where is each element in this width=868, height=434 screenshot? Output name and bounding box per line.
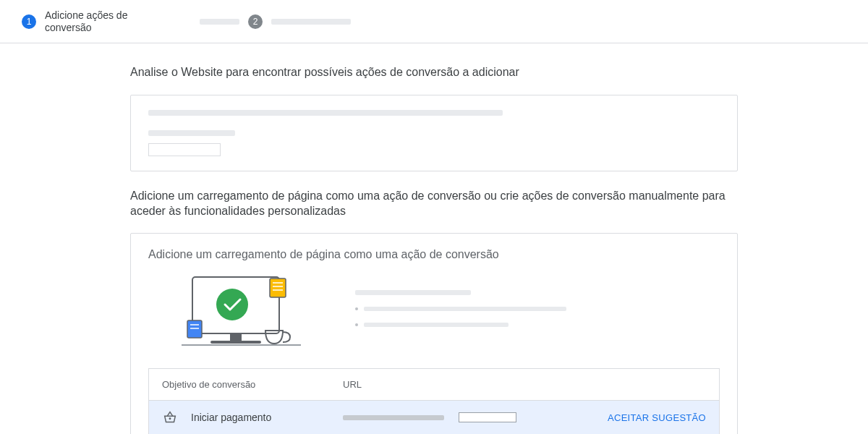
- manual-card: Adicione um carregamento de página como …: [130, 233, 738, 434]
- step-2-label-placeholder: [271, 19, 351, 25]
- accept-suggestion-button[interactable]: ACEITAR SUGESTÃO: [608, 412, 706, 423]
- illustration-text: [355, 290, 708, 333]
- row-goal-label: Iniciar pagamento: [191, 412, 343, 423]
- step-2-preview-placeholder: [200, 19, 239, 25]
- table-header: Objetivo de conversão URL: [149, 369, 719, 401]
- manual-section-title: Adicione um carregamento de página como …: [130, 189, 738, 219]
- svg-rect-2: [210, 341, 261, 344]
- placeholder-bullet: [355, 323, 708, 327]
- step-1-circle: 1: [22, 14, 36, 29]
- svg-point-12: [169, 418, 170, 419]
- col-header-goal: Objetivo de conversão: [162, 379, 343, 390]
- svg-rect-1: [230, 333, 242, 341]
- svg-rect-5: [270, 278, 286, 297]
- stepper: 1 Adicione ações de conversão 2: [0, 0, 868, 43]
- illustration-row: [131, 271, 737, 368]
- placeholder-line: [343, 415, 444, 420]
- basket-icon: [162, 409, 178, 425]
- placeholder-line: [355, 290, 471, 295]
- suggestions-table: Objetivo de conversão URL Iniciar pagame…: [148, 368, 720, 434]
- placeholder-line: [148, 130, 235, 136]
- step-1-label: Adicione ações de conversão: [45, 9, 153, 34]
- placeholder-button: [148, 143, 221, 156]
- placeholder-bullet: [355, 307, 708, 311]
- col-header-url: URL: [343, 379, 583, 390]
- row-url-cell: [343, 412, 583, 422]
- placeholder-input: [459, 412, 516, 422]
- step-2-circle: 2: [248, 14, 263, 29]
- main-content: Analise o Website para encontrar possíve…: [130, 43, 738, 434]
- svg-point-4: [216, 289, 248, 320]
- monitor-illustration: [160, 271, 312, 351]
- scan-section-title: Analise o Website para encontrar possíve…: [130, 65, 738, 80]
- scan-card: [130, 95, 738, 171]
- table-row: Iniciar pagamento ACEITAR SUGESTÃO: [149, 401, 719, 434]
- svg-rect-9: [187, 320, 202, 338]
- manual-card-subtitle: Adicione um carregamento de página como …: [131, 248, 737, 271]
- placeholder-line: [148, 110, 503, 116]
